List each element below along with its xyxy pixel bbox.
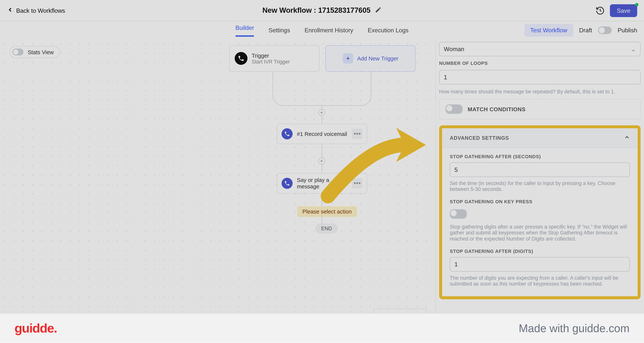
phone-icon (282, 128, 292, 139)
workflow-title: New Workflow : 1715283177605 (262, 6, 370, 15)
stop-seconds-input[interactable] (450, 162, 630, 177)
brand-logo: guidde. (14, 321, 57, 335)
draft-label: Draft (579, 27, 592, 34)
select-action-warning: Please select action (297, 206, 357, 217)
stop-keypress-help: Stop gathering digits after a user press… (450, 224, 630, 242)
stop-keypress-toggle[interactable] (450, 209, 467, 219)
pencil-icon[interactable] (375, 6, 382, 15)
match-conditions-row[interactable]: MATCH CONDITIONS (439, 99, 640, 119)
trigger-node[interactable]: Trigger Start IVR Trigger (229, 45, 319, 72)
publish-label: Publish (618, 27, 637, 34)
trigger-title: Trigger (252, 52, 290, 59)
stop-keypress-label: STOP GATHERING ON KEY PRESS (450, 199, 630, 204)
stop-seconds-label: STOP GATHERING AFTER (SECONDS) (450, 154, 630, 159)
loops-help: How many times should the message be rep… (439, 89, 640, 95)
action-menu-button[interactable]: ••• (352, 129, 362, 139)
publish-toggle[interactable] (598, 27, 612, 34)
back-label: Back to Workflows (16, 7, 65, 14)
stop-digits-input[interactable] (450, 257, 630, 271)
stop-digits-label: STOP GATHERING AFTER (DIGITS) (450, 248, 630, 254)
phone-icon (282, 178, 292, 189)
connector-bracket (272, 72, 372, 106)
match-conditions-label: MATCH CONDITIONS (468, 106, 526, 112)
loops-input[interactable] (439, 70, 640, 84)
stop-seconds-help: Set the time (in seconds) for the caller… (450, 180, 630, 192)
connector-line (322, 116, 322, 124)
save-button[interactable]: Save (610, 4, 637, 17)
trigger-subtitle: Start IVR Trigger (252, 59, 290, 65)
test-workflow-button[interactable]: Test Workflow (524, 24, 573, 37)
add-trigger-label: Add New Trigger (357, 55, 398, 62)
loops-label: NUMBER OF LOOPS (439, 61, 640, 66)
tab-enrollment-history[interactable]: Enrollment History (304, 27, 353, 34)
advanced-settings-title: ADVANCED SETTINGS (450, 135, 509, 141)
chevron-left-icon (7, 7, 14, 15)
voice-selected-value: Woman (444, 46, 464, 53)
connector-line (322, 194, 322, 206)
tab-builder[interactable]: Builder (236, 24, 254, 37)
tab-execution-logs[interactable]: Execution Logs (368, 27, 409, 34)
action-menu-button[interactable]: ••• (352, 178, 362, 188)
action-node-record-voicemail[interactable]: #1 Record voicemail ••• (277, 124, 367, 144)
advanced-settings-header[interactable]: ADVANCED SETTINGS (442, 128, 638, 148)
action-label: Say or play a message (297, 177, 348, 190)
history-icon[interactable] (596, 6, 605, 15)
stats-toggle[interactable] (12, 49, 23, 56)
back-link[interactable]: Back to Workflows (7, 7, 65, 15)
advanced-settings-panel: ADVANCED SETTINGS STOP GATHERING AFTER (… (439, 125, 640, 299)
add-step-button[interactable]: + (318, 158, 325, 165)
tab-settings[interactable]: Settings (268, 27, 290, 34)
end-pill: END (315, 223, 338, 234)
connector-line (322, 164, 322, 173)
action-node-say-play[interactable]: Say or play a message ••• (277, 173, 367, 194)
side-panel: Woman NUMBER OF LOOPS How many times sho… (435, 39, 644, 342)
voice-select[interactable]: Woman (439, 42, 640, 56)
add-step-button[interactable]: + (318, 109, 325, 116)
match-conditions-toggle[interactable] (446, 104, 462, 114)
made-with-label: Made with guidde.com (519, 322, 630, 335)
stats-view-pill[interactable]: Stats View (9, 46, 60, 58)
add-trigger-button[interactable]: Add New Trigger (326, 45, 416, 72)
chevron-up-icon (624, 134, 630, 141)
stats-label: Stats View (28, 49, 54, 55)
plus-icon (343, 53, 353, 64)
svg-marker-2 (396, 128, 426, 162)
action-label: #1 Record voicemail (297, 131, 347, 137)
stop-digits-help: The number of digits you are expecting f… (450, 275, 630, 287)
connector-line (322, 215, 322, 223)
connector-line (322, 144, 322, 158)
phone-icon (234, 52, 247, 65)
